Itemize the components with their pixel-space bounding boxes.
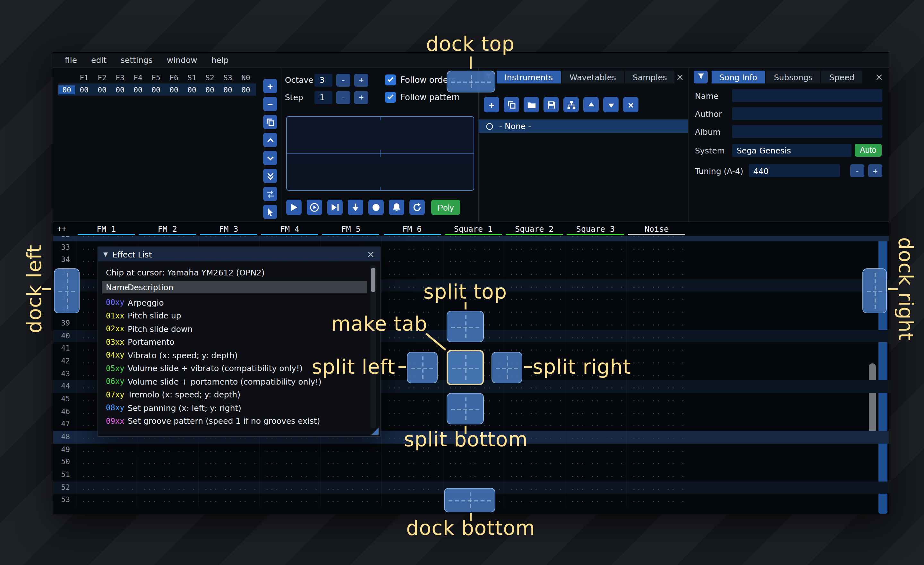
- stop-button[interactable]: [368, 200, 384, 215]
- pattern-cell[interactable]: ... .. .. ....: [565, 292, 626, 304]
- channel-header-fm-2[interactable]: FM 2: [137, 222, 198, 236]
- play-button[interactable]: [286, 200, 302, 215]
- instruments-tab-wavetables[interactable]: Wavetables: [562, 71, 624, 83]
- close-effect-list-button[interactable]: ×: [367, 248, 375, 260]
- effect-list-scrollbar[interactable]: [370, 265, 376, 428]
- effect-row[interactable]: 08xySet panning (x: left; y: right): [102, 401, 367, 415]
- dock-target-bottom[interactable]: [444, 488, 495, 512]
- pattern-cell[interactable]: ... .. .. ....: [565, 241, 626, 254]
- pattern-cell[interactable]: ... .. .. ....: [381, 254, 443, 266]
- pattern-cell[interactable]: ... .. .. ....: [565, 254, 626, 266]
- move-up-button[interactable]: [583, 97, 598, 112]
- pattern-cell[interactable]: ... .. .. ....: [626, 241, 687, 254]
- menu-item-settings[interactable]: settings: [114, 53, 159, 67]
- instruments-tab-samples[interactable]: Samples: [625, 71, 675, 83]
- order-cell[interactable]: 00: [75, 85, 93, 94]
- channel-header-fm-5[interactable]: FM 5: [320, 222, 381, 236]
- pattern-cell[interactable]: ... .. .. ....: [626, 431, 687, 443]
- pattern-cell[interactable]: ... .. .. ....: [626, 406, 687, 418]
- pattern-cell[interactable]: ... .. .. ....: [137, 469, 198, 481]
- octave-value[interactable]: 3: [314, 74, 332, 86]
- effect-row[interactable]: 07xyTremolo (x: speed; y: depth): [102, 388, 367, 401]
- edit-cursor-button[interactable]: [263, 205, 277, 219]
- pattern-cell[interactable]: ... .. .. ....: [198, 494, 259, 506]
- pattern-cell[interactable]: ... .. .. ....: [137, 443, 198, 456]
- chevron-down-button[interactable]: [263, 151, 277, 165]
- follow-orders-checkbox[interactable]: [385, 75, 396, 86]
- pattern-cell[interactable]: ... .. .. ....: [565, 317, 626, 330]
- tuning-increase-button[interactable]: +: [868, 164, 882, 177]
- pattern-cell[interactable]: ... .. .. ....: [76, 494, 137, 506]
- system-input[interactable]: Sega Genesis: [732, 144, 852, 157]
- pattern-cell[interactable]: ... .. .. ....: [626, 342, 687, 355]
- follow-pattern-checkbox[interactable]: [385, 92, 396, 103]
- order-cell[interactable]: 00: [147, 85, 165, 94]
- order-cell[interactable]: 00: [129, 85, 147, 94]
- menu-item-help[interactable]: help: [205, 53, 235, 67]
- pattern-cell[interactable]: ... .. .. ....: [565, 330, 626, 342]
- name-input[interactable]: [732, 89, 882, 102]
- pattern-cell[interactable]: ... .. .. ....: [626, 494, 687, 506]
- pattern-cell[interactable]: ... .. .. ....: [504, 469, 565, 481]
- octave-increase-button[interactable]: +: [354, 74, 368, 86]
- pattern-cell[interactable]: ... .. .. ....: [565, 443, 626, 456]
- pattern-cell[interactable]: ... .. .. ....: [198, 469, 259, 481]
- menu-item-window[interactable]: window: [160, 53, 204, 67]
- pattern-cell[interactable]: ... .. .. ....: [137, 482, 198, 494]
- channel-header-fm-1[interactable]: FM 1: [76, 222, 137, 236]
- pattern-cell[interactable]: ... .. .. ....: [626, 304, 687, 317]
- pattern-cell[interactable]: ... .. .. ....: [504, 317, 565, 330]
- step-value[interactable]: 1: [314, 91, 332, 104]
- duplicate-button[interactable]: [504, 97, 519, 112]
- close-instruments-panel-button[interactable]: ×: [676, 71, 684, 83]
- auto-button[interactable]: Auto: [855, 144, 881, 157]
- song-tab-song-info[interactable]: Song Info: [712, 71, 765, 83]
- channel-header-square-3[interactable]: Square 3: [565, 222, 626, 236]
- pattern-cell[interactable]: ... .. .. ....: [626, 482, 687, 494]
- channel-header-fm-6[interactable]: FM 6: [381, 222, 443, 236]
- pattern-cell[interactable]: ... .. .. ....: [198, 443, 259, 456]
- close-song-info-panel-button[interactable]: ×: [873, 71, 885, 83]
- order-row-index[interactable]: 00: [58, 85, 75, 94]
- song-tab-speed[interactable]: Speed: [822, 71, 862, 83]
- step-row-button[interactable]: [348, 200, 363, 215]
- folder-tree-button[interactable]: [563, 97, 579, 112]
- pattern-cell[interactable]: ... .. .. ....: [504, 254, 565, 266]
- effect-row[interactable]: 03xxPortamento: [102, 335, 367, 349]
- order-cell[interactable]: 00: [183, 85, 201, 94]
- add-channel-button[interactable]: ++: [57, 224, 66, 233]
- delete-button[interactable]: ×: [623, 97, 639, 112]
- pattern-cell[interactable]: ... .. .. ....: [381, 241, 443, 254]
- pattern-cell[interactable]: ... .. .. ....: [381, 456, 443, 469]
- order-cell[interactable]: 00: [201, 85, 219, 94]
- pattern-cell[interactable]: ... .. .. ....: [565, 469, 626, 481]
- pattern-cell[interactable]: ... .. .. ....: [504, 266, 565, 279]
- pattern-cell[interactable]: ... .. .. ....: [565, 266, 626, 279]
- pattern-cell[interactable]: ... .. .. ....: [565, 431, 626, 443]
- name-column-header[interactable]: Name: [102, 282, 128, 292]
- instruments-tab-instruments[interactable]: Instruments: [497, 71, 561, 83]
- channel-header-fm-4[interactable]: FM 4: [259, 222, 321, 236]
- play-song-button[interactable]: [307, 200, 322, 215]
- order-cell[interactable]: 00: [219, 85, 237, 94]
- pattern-cell[interactable]: ... .. .. ....: [626, 393, 687, 406]
- tuning-decrease-button[interactable]: -: [850, 164, 864, 177]
- open-button[interactable]: [524, 97, 539, 112]
- pattern-cell[interactable]: ... .. .. ....: [504, 456, 565, 469]
- pattern-cell[interactable]: ... .. .. ....: [565, 393, 626, 406]
- duplicate-button[interactable]: [263, 115, 277, 129]
- pattern-cell[interactable]: ... .. .. ....: [565, 304, 626, 317]
- instrument-list-item[interactable]: - None -: [478, 119, 688, 133]
- octave-decrease-button[interactable]: -: [336, 74, 350, 86]
- pattern-cell[interactable]: ... .. .. ....: [565, 494, 626, 506]
- pattern-cell[interactable]: ... .. .. ....: [381, 266, 443, 279]
- pattern-cell[interactable]: ... .. .. ....: [443, 241, 504, 254]
- pattern-cell[interactable]: ... .. .. ....: [259, 469, 321, 481]
- pattern-cell[interactable]: ... .. .. ....: [626, 266, 687, 279]
- pattern-cell[interactable]: ... .. .. ....: [259, 456, 321, 469]
- author-input[interactable]: [732, 107, 882, 120]
- pattern-cell[interactable]: ... .. .. ....: [626, 254, 687, 266]
- pattern-cell[interactable]: ... .. .. ....: [259, 482, 321, 494]
- pattern-cell[interactable]: ... .. .. ....: [320, 482, 381, 494]
- pattern-cell[interactable]: ... .. .. ....: [504, 494, 565, 506]
